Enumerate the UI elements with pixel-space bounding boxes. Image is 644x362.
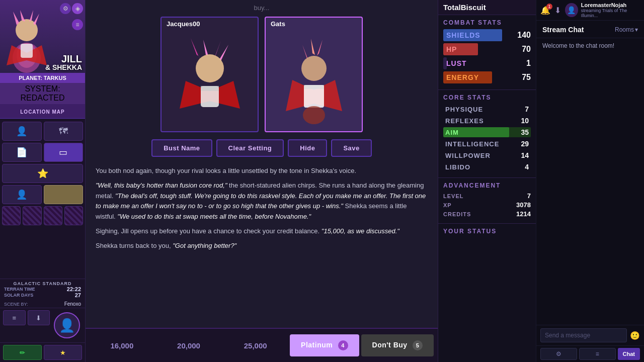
nav-btn-striped2[interactable] bbox=[23, 206, 41, 225]
intelligence-row: INTELLIGENCE 29 bbox=[443, 139, 531, 149]
offer-20000[interactable]: 20,000 bbox=[156, 338, 221, 353]
char-icon-circle3[interactable]: ≡ bbox=[72, 19, 83, 30]
solar-days-row: SOLAR DAYS 27 bbox=[4, 292, 81, 298]
nav-btn-striped3[interactable] bbox=[44, 206, 62, 225]
nav-btn-tan[interactable] bbox=[44, 185, 84, 204]
story-text-top: buy... bbox=[244, 0, 280, 12]
chat-input-area: 🙂 bbox=[536, 325, 644, 345]
hide-btn[interactable]: Hide bbox=[288, 139, 327, 157]
nav-btn-striped1[interactable] bbox=[2, 206, 21, 225]
platinum-btn[interactable]: Platinum 4 bbox=[290, 334, 359, 356]
advancement-section: ADVANCEMENT LEVEL 7 XP 3078 CREDITS 1214 bbox=[438, 178, 536, 224]
platinum-badge: 4 bbox=[338, 340, 348, 350]
physique-val: 7 bbox=[525, 105, 529, 113]
svg-point-4 bbox=[196, 54, 224, 82]
svg-rect-3 bbox=[21, 44, 33, 58]
ctrl-btn-down[interactable]: ⬇ bbox=[28, 310, 50, 325]
dont-buy-btn[interactable]: Don't Buy 5 bbox=[361, 334, 434, 356]
story-area: You both nod again, though your rival lo… bbox=[86, 162, 438, 328]
nav-row-5 bbox=[2, 206, 83, 225]
energy-val: 75 bbox=[513, 73, 531, 82]
chat-input[interactable] bbox=[540, 328, 627, 342]
download-icon[interactable]: ⬇ bbox=[554, 6, 561, 15]
advancement-title: ADVANCEMENT bbox=[443, 182, 531, 189]
notif-badge: 1 bbox=[546, 4, 552, 10]
bust-card-2[interactable]: Gats bbox=[265, 17, 363, 132]
bottom-controls-2: ✏ ★ bbox=[0, 342, 85, 362]
location-map-btn[interactable]: LOCATION MAP bbox=[0, 104, 85, 119]
terran-time-key: TERRAN TIME bbox=[4, 287, 35, 292]
aim-val: 35 bbox=[521, 128, 529, 136]
bust-card-1[interactable]: Jacques00 bbox=[160, 17, 259, 132]
nav-row-1: 👤 🗺 bbox=[2, 122, 83, 141]
left-sidebar: ⚙ ◈ ≡ JILL & SHEKKA PLANET: TARKUS SYSTE… bbox=[0, 0, 86, 362]
level-row: LEVEL 7 bbox=[443, 192, 531, 200]
nav-row-4: 👤 bbox=[2, 185, 83, 204]
time-section: GALACTIC STANDARD TERRAN TIME 22:22 SOLA… bbox=[0, 279, 85, 300]
scene-by-val: Fenoxo bbox=[64, 301, 81, 307]
aim-row: AIM 35 bbox=[443, 127, 531, 137]
ctrl-btn-edit[interactable]: ✏ bbox=[3, 345, 42, 360]
chat-list-btn[interactable]: ≡ bbox=[579, 348, 616, 360]
nav-btn-quest[interactable]: ⭐ bbox=[2, 164, 83, 183]
main-content: buy... Jacques00 bbox=[86, 0, 438, 362]
chat-title: Stream Chat bbox=[542, 26, 584, 34]
avatar-frame: 👤 bbox=[52, 310, 82, 340]
rooms-btn[interactable]: Rooms ▾ bbox=[615, 26, 638, 33]
streamer-avatar: 👤 bbox=[565, 3, 578, 17]
bottom-controls: ≡ ⬇ 👤 bbox=[0, 308, 85, 342]
ctrl-btn-menu[interactable]: ≡ bbox=[3, 310, 26, 325]
right-panel: TotalBiscuit COMBAT STATS SHIELDS 140 HP… bbox=[438, 0, 536, 362]
physique-label: PHYSIQUE bbox=[445, 106, 483, 113]
chat-messages: Welcome to the chat room! bbox=[536, 38, 644, 325]
nav-btn-items[interactable]: 📄 bbox=[2, 143, 42, 162]
hp-val: 70 bbox=[513, 45, 531, 54]
nav-btn-person2[interactable]: 👤 bbox=[2, 185, 42, 204]
dont-buy-badge: 5 bbox=[413, 340, 423, 350]
bust-card-1-name: Jacques00 bbox=[162, 18, 258, 30]
chat-message-1: Welcome to the chat room! bbox=[542, 42, 638, 49]
svg-point-10 bbox=[303, 106, 325, 124]
clear-setting-btn[interactable]: Clear Setting bbox=[216, 139, 284, 157]
ctrl-btn-star[interactable]: ★ bbox=[44, 345, 83, 360]
notification-icon[interactable]: 🔔1 bbox=[540, 6, 550, 15]
char-icon-circle2[interactable]: ◈ bbox=[72, 3, 83, 14]
energy-row: ENERGY 75 bbox=[443, 71, 531, 83]
chat-send-btn[interactable]: Chat bbox=[618, 348, 640, 360]
streamer-header: TotalBiscuit bbox=[438, 0, 536, 15]
chat-settings-btn[interactable]: ⚙ bbox=[540, 348, 577, 360]
nav-btn-person[interactable]: 👤 bbox=[2, 122, 42, 141]
credits-val: 1214 bbox=[516, 210, 531, 218]
offer-16000[interactable]: 16,000 bbox=[90, 338, 154, 353]
stream-top-bar: 🔔1 ⬇ 👤 LoremasterNojah streaming Trials … bbox=[536, 0, 644, 21]
bust-panel: buy... Jacques00 bbox=[86, 0, 438, 162]
player-avatar: 👤 bbox=[54, 312, 80, 338]
xp-row: XP 3078 bbox=[443, 201, 531, 209]
nav-row-3: ⭐ bbox=[2, 164, 83, 183]
nav-btn-striped4[interactable] bbox=[64, 206, 83, 225]
nav-btn-map[interactable]: 🗺 bbox=[44, 122, 84, 141]
save-btn[interactable]: Save bbox=[331, 139, 371, 157]
core-stats-title: CORE STATS bbox=[443, 94, 531, 101]
svg-rect-9 bbox=[304, 85, 324, 89]
system-info: SYSTEM: REDACTED bbox=[0, 83, 85, 104]
scene-by-key: SCENE BY: bbox=[4, 302, 28, 307]
streamer-name: TotalBiscuit bbox=[443, 3, 531, 12]
char-icon-circle1[interactable]: ⚙ bbox=[60, 3, 71, 14]
libido-label: LIBIDO bbox=[445, 163, 470, 171]
energy-label: ENERGY bbox=[446, 73, 479, 81]
chat-footer: ⚙ ≡ Chat bbox=[536, 345, 644, 362]
svg-point-7 bbox=[301, 56, 327, 81]
planet-label: PLANET: TARKUS bbox=[4, 75, 81, 81]
nav-btn-inventory[interactable]: ▭ bbox=[44, 143, 84, 162]
combat-stats-section: COMBAT STATS SHIELDS 140 HP 70 LUST 1 bbox=[438, 15, 536, 90]
emoji-icon[interactable]: 🙂 bbox=[630, 331, 640, 340]
credits-label: CREDITS bbox=[443, 211, 471, 217]
lust-row: LUST 1 bbox=[443, 57, 531, 69]
planet-info: PLANET: TARKUS bbox=[0, 73, 85, 83]
bust-name-btn[interactable]: Bust Name bbox=[151, 139, 212, 157]
bust-card-2-img bbox=[266, 30, 362, 131]
hp-row: HP 70 bbox=[443, 43, 531, 55]
offer-25000[interactable]: 25,000 bbox=[223, 338, 288, 353]
char-name2: & SHEKKA bbox=[45, 64, 82, 71]
